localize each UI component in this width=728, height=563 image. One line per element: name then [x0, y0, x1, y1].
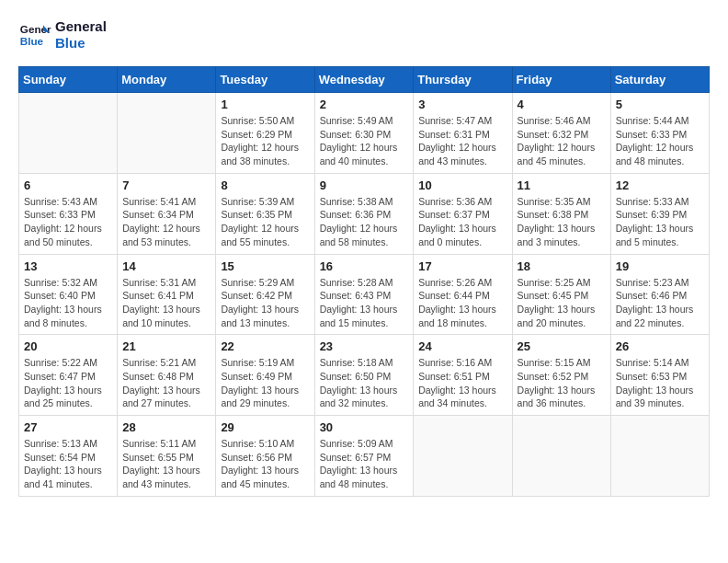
- day-info: Sunrise: 5:13 AMSunset: 6:54 PMDaylight:…: [24, 437, 112, 491]
- day-number: 5: [616, 98, 704, 111]
- svg-text:General: General: [20, 23, 51, 35]
- day-number: 11: [518, 178, 606, 192]
- calendar-cell: 17Sunrise: 5:26 AMSunset: 6:44 PMDayligh…: [414, 254, 512, 335]
- calendar-cell: 10Sunrise: 5:36 AMSunset: 6:37 PMDayligh…: [414, 173, 512, 254]
- day-info: Sunrise: 5:41 AMSunset: 6:34 PMDaylight:…: [122, 195, 210, 249]
- day-of-week-header: Saturday: [610, 67, 709, 93]
- day-info: Sunrise: 5:44 AMSunset: 6:33 PMDaylight:…: [616, 114, 704, 168]
- day-info: Sunrise: 5:16 AMSunset: 6:51 PMDaylight:…: [418, 356, 506, 410]
- day-number: 12: [616, 178, 704, 192]
- calendar-cell: 21Sunrise: 5:21 AMSunset: 6:48 PMDayligh…: [118, 335, 216, 416]
- day-info: Sunrise: 5:36 AMSunset: 6:37 PMDaylight:…: [418, 195, 506, 249]
- calendar-cell: 23Sunrise: 5:18 AMSunset: 6:50 PMDayligh…: [314, 335, 414, 416]
- day-info: Sunrise: 5:31 AMSunset: 6:41 PMDaylight:…: [122, 276, 210, 330]
- day-info: Sunrise: 5:49 AMSunset: 6:30 PMDaylight:…: [320, 114, 409, 168]
- day-of-week-header: Friday: [512, 67, 610, 93]
- day-of-week-header: Wednesday: [314, 67, 414, 93]
- day-info: Sunrise: 5:11 AMSunset: 6:55 PMDaylight:…: [122, 437, 210, 491]
- day-number: 13: [24, 259, 112, 273]
- day-number: 19: [616, 259, 704, 273]
- day-number: 17: [418, 259, 506, 273]
- day-number: 23: [320, 339, 409, 353]
- calendar-cell: 18Sunrise: 5:25 AMSunset: 6:45 PMDayligh…: [512, 254, 610, 335]
- day-number: 14: [122, 259, 210, 273]
- day-number: 20: [24, 339, 112, 353]
- day-number: 9: [320, 178, 409, 192]
- day-info: Sunrise: 5:19 AMSunset: 6:49 PMDaylight:…: [221, 356, 309, 410]
- calendar-cell: [19, 93, 118, 174]
- calendar-cell: 26Sunrise: 5:14 AMSunset: 6:53 PMDayligh…: [610, 335, 709, 416]
- day-info: Sunrise: 5:14 AMSunset: 6:53 PMDaylight:…: [616, 356, 704, 410]
- calendar-cell: 4Sunrise: 5:46 AMSunset: 6:32 PMDaylight…: [512, 93, 610, 174]
- calendar-cell: 30Sunrise: 5:09 AMSunset: 6:57 PMDayligh…: [314, 416, 414, 497]
- day-number: 18: [518, 259, 606, 273]
- calendar-cell: 7Sunrise: 5:41 AMSunset: 6:34 PMDaylight…: [118, 173, 216, 254]
- calendar-cell: 27Sunrise: 5:13 AMSunset: 6:54 PMDayligh…: [19, 416, 118, 497]
- week-row: 20Sunrise: 5:22 AMSunset: 6:47 PMDayligh…: [19, 335, 710, 416]
- day-info: Sunrise: 5:23 AMSunset: 6:46 PMDaylight:…: [616, 276, 704, 330]
- day-number: 8: [221, 178, 309, 192]
- day-number: 30: [320, 420, 409, 434]
- calendar-cell: 25Sunrise: 5:15 AMSunset: 6:52 PMDayligh…: [512, 335, 610, 416]
- svg-text:Blue: Blue: [20, 35, 44, 47]
- day-number: 29: [221, 420, 309, 434]
- calendar-cell: [118, 93, 216, 174]
- logo-icon: General Blue: [18, 18, 51, 52]
- day-info: Sunrise: 5:22 AMSunset: 6:47 PMDaylight:…: [24, 356, 112, 410]
- calendar-cell: 20Sunrise: 5:22 AMSunset: 6:47 PMDayligh…: [19, 335, 118, 416]
- calendar-cell: 5Sunrise: 5:44 AMSunset: 6:33 PMDaylight…: [610, 93, 709, 174]
- day-info: Sunrise: 5:43 AMSunset: 6:33 PMDaylight:…: [24, 195, 112, 249]
- day-number: 27: [24, 420, 112, 434]
- day-number: 10: [418, 178, 506, 192]
- day-number: 1: [221, 98, 309, 111]
- calendar-cell: 2Sunrise: 5:49 AMSunset: 6:30 PMDaylight…: [314, 93, 414, 174]
- day-info: Sunrise: 5:15 AMSunset: 6:52 PMDaylight:…: [518, 356, 606, 410]
- day-info: Sunrise: 5:26 AMSunset: 6:44 PMDaylight:…: [418, 276, 506, 330]
- calendar-cell: 15Sunrise: 5:29 AMSunset: 6:42 PMDayligh…: [216, 254, 314, 335]
- day-number: 4: [518, 98, 606, 111]
- day-info: Sunrise: 5:18 AMSunset: 6:50 PMDaylight:…: [320, 356, 409, 410]
- day-number: 6: [24, 178, 112, 192]
- calendar-cell: [512, 416, 610, 497]
- calendar-cell: 3Sunrise: 5:47 AMSunset: 6:31 PMDaylight…: [414, 93, 512, 174]
- day-number: 28: [122, 420, 210, 434]
- logo: General Blue GeneralBlue: [18, 18, 107, 52]
- day-number: 2: [320, 98, 409, 111]
- day-info: Sunrise: 5:47 AMSunset: 6:31 PMDaylight:…: [418, 114, 506, 168]
- day-info: Sunrise: 5:35 AMSunset: 6:38 PMDaylight:…: [518, 195, 606, 249]
- day-info: Sunrise: 5:10 AMSunset: 6:56 PMDaylight:…: [221, 437, 309, 491]
- calendar-cell: 16Sunrise: 5:28 AMSunset: 6:43 PMDayligh…: [314, 254, 414, 335]
- calendar-cell: 11Sunrise: 5:35 AMSunset: 6:38 PMDayligh…: [512, 173, 610, 254]
- day-info: Sunrise: 5:09 AMSunset: 6:57 PMDaylight:…: [320, 437, 409, 491]
- day-info: Sunrise: 5:28 AMSunset: 6:43 PMDaylight:…: [320, 276, 409, 330]
- calendar-cell: 14Sunrise: 5:31 AMSunset: 6:41 PMDayligh…: [118, 254, 216, 335]
- calendar-cell: 6Sunrise: 5:43 AMSunset: 6:33 PMDaylight…: [19, 173, 118, 254]
- calendar-cell: 28Sunrise: 5:11 AMSunset: 6:55 PMDayligh…: [118, 416, 216, 497]
- day-info: Sunrise: 5:21 AMSunset: 6:48 PMDaylight:…: [122, 356, 210, 410]
- calendar-cell: 29Sunrise: 5:10 AMSunset: 6:56 PMDayligh…: [216, 416, 314, 497]
- day-of-week-header: Thursday: [414, 67, 512, 93]
- logo-text: GeneralBlue: [55, 18, 107, 52]
- calendar-cell: 1Sunrise: 5:50 AMSunset: 6:29 PMDaylight…: [216, 93, 314, 174]
- day-info: Sunrise: 5:29 AMSunset: 6:42 PMDaylight:…: [221, 276, 309, 330]
- day-number: 26: [616, 339, 704, 353]
- calendar-header-row: SundayMondayTuesdayWednesdayThursdayFrid…: [19, 67, 710, 93]
- day-number: 22: [221, 339, 309, 353]
- day-of-week-header: Tuesday: [216, 67, 314, 93]
- week-row: 1Sunrise: 5:50 AMSunset: 6:29 PMDaylight…: [19, 93, 710, 174]
- day-info: Sunrise: 5:32 AMSunset: 6:40 PMDaylight:…: [24, 276, 112, 330]
- calendar-cell: [610, 416, 709, 497]
- calendar-cell: 19Sunrise: 5:23 AMSunset: 6:46 PMDayligh…: [610, 254, 709, 335]
- day-info: Sunrise: 5:33 AMSunset: 6:39 PMDaylight:…: [616, 195, 704, 249]
- day-number: 21: [122, 339, 210, 353]
- day-info: Sunrise: 5:46 AMSunset: 6:32 PMDaylight:…: [518, 114, 606, 168]
- day-of-week-header: Monday: [118, 67, 216, 93]
- day-of-week-header: Sunday: [19, 67, 118, 93]
- day-number: 25: [518, 339, 606, 353]
- week-row: 27Sunrise: 5:13 AMSunset: 6:54 PMDayligh…: [19, 416, 710, 497]
- page-header: General Blue GeneralBlue: [18, 18, 710, 52]
- week-row: 6Sunrise: 5:43 AMSunset: 6:33 PMDaylight…: [19, 173, 710, 254]
- day-info: Sunrise: 5:39 AMSunset: 6:35 PMDaylight:…: [221, 195, 309, 249]
- day-number: 3: [418, 98, 506, 111]
- calendar-cell: 22Sunrise: 5:19 AMSunset: 6:49 PMDayligh…: [216, 335, 314, 416]
